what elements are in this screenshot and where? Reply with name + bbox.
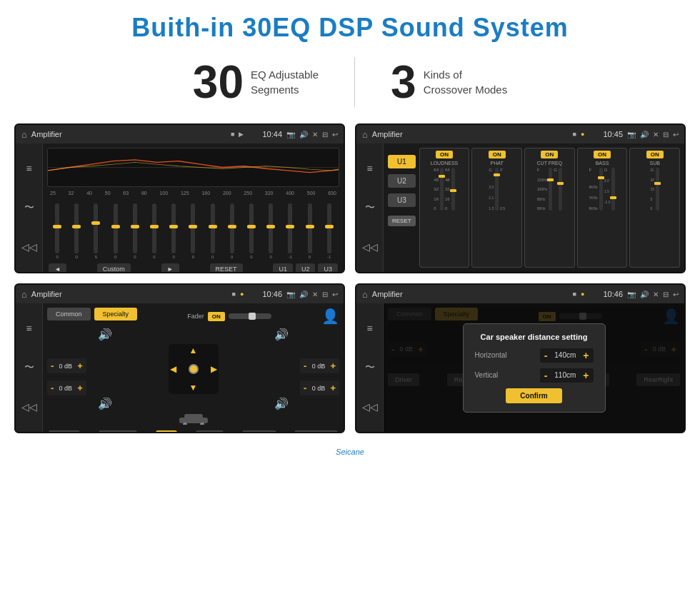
camera-icon-3[interactable]: 📷 (286, 291, 295, 298)
close-icon-1[interactable]: ✕ (312, 131, 318, 138)
confirm-btn[interactable]: Confirm (506, 388, 561, 403)
window-icon-1[interactable]: ⊟ (322, 131, 328, 138)
vol-icon-2[interactable]: ◁◁ (362, 241, 378, 253)
db-tr-minus[interactable]: - (304, 360, 306, 371)
fader-track-3[interactable] (229, 313, 271, 319)
topbar-time-4: 10:46 (589, 290, 623, 298)
vol-icon-4[interactable]: ◁◁ (362, 401, 378, 413)
volume-icon-1[interactable]: 🔊 (299, 131, 308, 138)
joystick-dot[interactable] (189, 364, 199, 374)
window-icon-2[interactable]: ⊟ (663, 131, 669, 138)
db-bl-plus[interactable]: + (77, 383, 83, 393)
u2-btn-2[interactable]: U2 (388, 174, 416, 188)
play-icon-1[interactable]: ▶ (239, 131, 244, 138)
close-icon-3[interactable]: ✕ (312, 291, 318, 298)
slider-10: 0 (230, 203, 234, 259)
topbar-3: ⌂ Amplifier ■ ● 10:46 📷 🔊 ✕ ⊟ ↩ (16, 285, 344, 303)
status-dot-3: ● (240, 291, 244, 298)
copilot-btn-3[interactable]: Copilot (242, 430, 276, 433)
db-br-minus[interactable]: - (304, 383, 306, 393)
home-icon-3[interactable]: ⌂ (21, 289, 27, 300)
window-icon-4[interactable]: ⊟ (663, 291, 669, 298)
back-icon-2[interactable]: ↩ (673, 131, 679, 138)
record-icon-3: ■ (232, 291, 236, 298)
horizontal-minus[interactable]: - (544, 350, 548, 360)
tab-common-3[interactable]: Common (47, 308, 91, 320)
topbar-title-3: Amplifier (31, 290, 228, 298)
wave-icon-2[interactable]: 〜 (365, 201, 375, 214)
u3-btn-1[interactable]: U3 (318, 263, 338, 273)
vertical-control: - 110cm + (540, 368, 594, 383)
close-icon-4[interactable]: ✕ (653, 291, 659, 298)
vol-icon-1[interactable]: ◁◁ (21, 241, 37, 253)
home-icon-4[interactable]: ⌂ (362, 289, 368, 300)
camera-icon-4[interactable]: 📷 (627, 291, 636, 298)
volume-icon-2[interactable]: 🔊 (640, 131, 649, 138)
db-tr-plus[interactable]: + (330, 360, 336, 371)
custom-btn[interactable]: Custom (97, 263, 131, 273)
eq-icon-3[interactable]: ≡ (26, 323, 31, 334)
screen-eq: ⌂ Amplifier ■ ▶ 10:44 📷 🔊 ✕ ⊟ ↩ ≡ 〜 ◁◁ (14, 123, 345, 273)
home-icon-1[interactable]: ⌂ (21, 129, 27, 140)
db-tl-plus[interactable]: + (77, 360, 83, 371)
wave-icon-1[interactable]: 〜 (24, 201, 34, 214)
u1-btn-1[interactable]: U1 (273, 263, 293, 273)
close-icon-2[interactable]: ✕ (653, 131, 659, 138)
topbar-2: ⌂ Amplifier ■ ● 10:45 📷 🔊 ✕ ⊟ ↩ (356, 125, 684, 143)
screen2-content: ≡ 〜 ◁◁ U1 U2 U3 RESET (356, 143, 684, 272)
slider-9: 0 (211, 203, 215, 259)
rearleft-btn-3[interactable]: RearLeft (99, 430, 138, 433)
down-arrow[interactable]: ▼ (189, 383, 198, 393)
user-btn-3[interactable]: User (196, 430, 224, 433)
db-br-plus[interactable]: + (330, 383, 336, 393)
db-bl-minus[interactable]: - (51, 383, 54, 393)
db-tl-minus[interactable]: - (51, 360, 54, 371)
reset-btn-2[interactable]: RESET (388, 216, 416, 226)
db-tr: - 0 dB + (300, 358, 339, 373)
screen1-content: ≡ 〜 ◁◁ 25 32 40 50 (16, 143, 344, 272)
reset-btn-1[interactable]: RESET (210, 263, 243, 273)
volume-icon-3[interactable]: 🔊 (299, 291, 308, 298)
horizontal-value: 140cm (551, 351, 579, 359)
vertical-minus[interactable]: - (544, 370, 548, 380)
wave-icon-3[interactable]: 〜 (24, 361, 34, 374)
camera-icon-1[interactable]: 📷 (286, 131, 295, 138)
eq-icon-1[interactable]: ≡ (26, 163, 31, 174)
fader-on-btn-3[interactable]: ON (208, 312, 225, 321)
eq-bottom-bar: ◄ Custom ► RESET U1 U2 U3 (47, 261, 339, 273)
db-bl: - 0 dB + (47, 380, 86, 395)
left-arrow[interactable]: ◀ (170, 364, 176, 374)
vertical-plus[interactable]: + (583, 370, 589, 380)
phat-on[interactable]: ON (489, 151, 506, 158)
u1-btn-2[interactable]: U1 (388, 155, 416, 168)
topbar-time-1: 10:44 (248, 130, 282, 138)
eq-icon-4[interactable]: ≡ (366, 323, 372, 334)
up-arrow[interactable]: ▲ (189, 345, 198, 355)
volume-icon-4[interactable]: 🔊 (640, 291, 649, 298)
right-arrow[interactable]: ▶ (211, 364, 217, 374)
window-icon-3[interactable]: ⊟ (322, 291, 328, 298)
sidebar-3: ≡ 〜 ◁◁ (16, 303, 43, 432)
horizontal-plus[interactable]: + (583, 350, 589, 360)
driver-btn-3[interactable]: Driver (49, 430, 80, 433)
home-icon-2[interactable]: ⌂ (362, 129, 368, 140)
bass-on[interactable]: ON (594, 151, 611, 158)
eq-icon-2[interactable]: ≡ (366, 163, 372, 174)
main-3: Common Specialty Fader ON 👤 - (43, 303, 344, 432)
back-icon-1[interactable]: ↩ (332, 131, 338, 138)
loudness-on[interactable]: ON (436, 151, 453, 158)
wave-icon-4[interactable]: 〜 (365, 361, 375, 374)
cutfreq-on[interactable]: ON (541, 151, 558, 158)
vol-icon-3[interactable]: ◁◁ (21, 401, 37, 413)
forward-btn[interactable]: ► (161, 263, 179, 273)
u2-btn-1[interactable]: U2 (296, 263, 316, 273)
sub-on[interactable]: ON (646, 151, 664, 158)
u3-btn-2[interactable]: U3 (388, 193, 416, 207)
back-icon-4[interactable]: ↩ (673, 291, 679, 298)
tab-specialty-3[interactable]: Specialty (94, 308, 138, 320)
camera-icon-2[interactable]: 📷 (627, 131, 636, 138)
rearright-btn-3[interactable]: RearRight (294, 430, 338, 433)
back-icon-3[interactable]: ↩ (332, 291, 338, 298)
back-btn[interactable]: ◄ (49, 263, 66, 273)
all-btn-3[interactable]: All (156, 430, 177, 433)
